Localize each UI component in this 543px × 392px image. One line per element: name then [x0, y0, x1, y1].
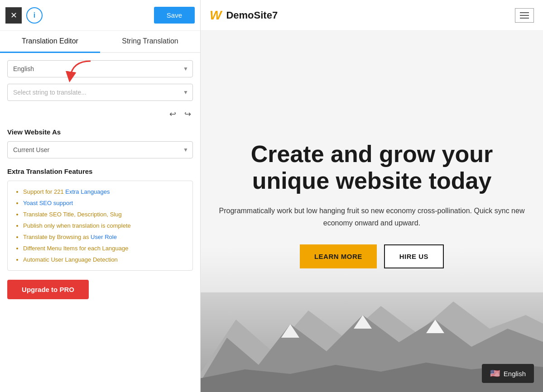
close-button[interactable]: ✕ [5, 7, 22, 24]
list-item: Translate by Browsing as User Role [23, 234, 187, 240]
site-header: W DemoSite7 [201, 0, 543, 31]
site-logo: W DemoSite7 [210, 8, 278, 23]
view-website-section: View Website As Current User ▼ [7, 128, 193, 158]
view-website-label: View Website As [7, 128, 193, 136]
top-bar: ✕ i Save [0, 0, 200, 31]
hero-content: Create and grow your unique website toda… [201, 31, 543, 392]
redo-button[interactable]: ↪ [183, 107, 193, 121]
features-box: Support for 221 Extra Languages Yoast SE… [7, 181, 193, 271]
site-name: DemoSite7 [226, 10, 278, 21]
save-button[interactable]: Save [154, 7, 195, 24]
hire-us-button[interactable]: HIRE US [384, 244, 444, 268]
extra-features-title: Extra Translation Features [7, 167, 193, 175]
list-item: Publish only when translation is complet… [23, 222, 187, 229]
tabs-container: Translation Editor String Translation [0, 31, 200, 53]
view-role-dropdown-wrapper: Current User ▼ [7, 141, 193, 158]
string-select[interactable]: Select string to translate... [7, 84, 193, 101]
logo-w-icon: W [210, 8, 221, 23]
hamburger-line [520, 18, 529, 19]
right-panel: W DemoSite7 Create and grow your unique … [201, 0, 543, 392]
tab-string-translation[interactable]: String Translation [100, 31, 200, 53]
language-dropdown-wrapper: English ▼ [7, 60, 193, 77]
left-panel: ✕ i Save Translation Editor String Trans… [0, 0, 201, 392]
view-role-select[interactable]: Current User [7, 141, 193, 158]
panel-body: English ▼ Select string to translate... … [0, 53, 200, 392]
learn-more-button[interactable]: LEARN MORE [300, 244, 377, 268]
hero-title: Create and grow your unique website toda… [219, 141, 525, 195]
nav-arrows: ↩ ↪ [7, 107, 193, 121]
upgrade-button[interactable]: Upgrade to PRO [7, 280, 89, 299]
list-item: Automatic User Language Detection [23, 256, 187, 263]
string-dropdown-wrapper: Select string to translate... ▼ [7, 84, 193, 101]
features-list: Support for 221 Extra Languages Yoast SE… [15, 188, 187, 263]
list-item: Translate SEO Title, Description, Slug [23, 211, 187, 218]
tab-translation-editor[interactable]: Translation Editor [0, 31, 100, 53]
language-badge-label: English [504, 370, 526, 378]
language-select[interactable]: English [7, 60, 193, 77]
extra-features-section: Extra Translation Features Support for 2… [7, 167, 193, 299]
list-item: Yoast SEO support [23, 200, 187, 206]
hero-buttons: LEARN MORE HIRE US [300, 244, 444, 268]
list-item: Different Menu Items for each Language [23, 245, 187, 252]
hamburger-button[interactable] [515, 8, 534, 23]
language-badge: 🇺🇸 English [482, 364, 534, 383]
hero-subtitle: Programmatically work but low hanging fr… [219, 205, 525, 229]
hamburger-line [520, 12, 529, 13]
info-button[interactable]: i [26, 7, 43, 24]
list-item: Support for 221 Extra Languages [23, 188, 187, 195]
hamburger-line [520, 15, 529, 16]
flag-icon: 🇺🇸 [490, 368, 500, 378]
undo-button[interactable]: ↩ [168, 107, 178, 121]
